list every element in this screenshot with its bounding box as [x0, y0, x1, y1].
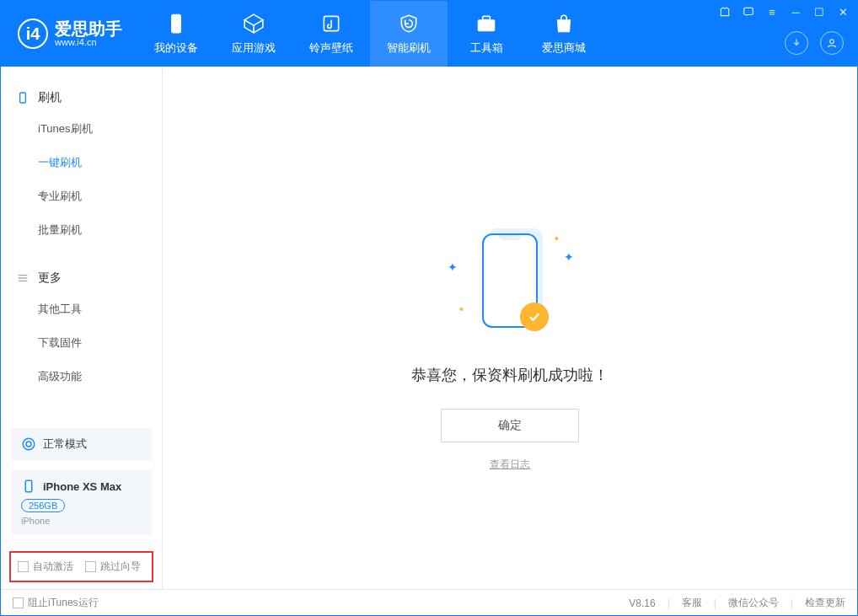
sparkle-icon: ✦ — [448, 260, 458, 274]
main-content: ✦ • ✦ • 恭喜您，保资料刷机成功啦！ 确定 查看日志 — [163, 67, 857, 589]
app-url: www.i4.cn — [55, 37, 122, 47]
success-illustration: ✦ • ✦ • — [442, 227, 577, 345]
toolbox-icon — [475, 12, 498, 35]
bag-icon — [552, 12, 576, 35]
app-logo-icon: i4 — [18, 19, 48, 49]
sidebar-item-advanced[interactable]: 高级功能 — [1, 360, 162, 394]
sparkle-icon: ✦ — [564, 250, 574, 264]
nav-apps[interactable]: 应用游戏 — [215, 1, 292, 67]
svg-point-5 — [830, 40, 834, 44]
close-icon[interactable]: ✕ — [835, 4, 850, 19]
nav-toolbox[interactable]: 工具箱 — [448, 1, 525, 67]
sync-icon — [21, 437, 36, 452]
nav-label: 爱思商城 — [542, 40, 586, 56]
support-link[interactable]: 客服 — [682, 596, 702, 610]
window-controls: ≡ ─ ☐ ✕ — [717, 4, 850, 19]
sidebar: 刷机 iTunes刷机 一键刷机 专业刷机 批量刷机 更多 其他工具 下载固件 … — [1, 67, 163, 589]
nav-label: 我的设备 — [154, 40, 198, 56]
version-label: V8.16 — [629, 597, 655, 609]
skip-guide-checkbox[interactable]: 跳过向导 — [85, 560, 141, 574]
app-title: 爱思助手 — [55, 20, 122, 37]
nav-label: 智能刷机 — [387, 40, 431, 56]
logo[interactable]: i4 爱思助手 www.i4.cn — [1, 1, 137, 67]
sidebar-section-more: 更多 — [1, 264, 162, 292]
nav-label: 应用游戏 — [232, 40, 276, 56]
svg-rect-0 — [172, 14, 181, 33]
ok-button[interactable]: 确定 — [441, 409, 579, 442]
sidebar-section-flash: 刷机 — [1, 83, 162, 112]
minimize-icon[interactable]: ─ — [788, 4, 803, 19]
mode-label: 正常模式 — [43, 437, 87, 452]
feedback-icon[interactable] — [741, 4, 756, 19]
nav-my-device[interactable]: 我的设备 — [137, 1, 215, 67]
nav-store[interactable]: 爱思商城 — [525, 1, 603, 67]
user-button[interactable] — [820, 31, 844, 55]
svg-point-7 — [23, 438, 35, 450]
maximize-icon[interactable]: ☐ — [812, 4, 827, 19]
device-icon — [16, 91, 29, 104]
check-update-link[interactable]: 检查更新 — [805, 596, 845, 610]
cube-icon — [242, 12, 265, 35]
sidebar-item-batch-flash[interactable]: 批量刷机 — [1, 213, 162, 247]
svg-rect-8 — [25, 480, 32, 492]
wechat-link[interactable]: 微信公众号 — [728, 596, 779, 610]
top-nav: 我的设备 应用游戏 铃声壁纸 智能刷机 工具箱 爱思商城 — [137, 1, 603, 67]
nav-flash[interactable]: 智能刷机 — [370, 1, 448, 67]
check-badge-icon — [520, 303, 549, 331]
svg-rect-6 — [20, 93, 26, 103]
success-message: 恭喜您，保资料刷机成功啦！ — [411, 365, 609, 385]
phone-icon — [164, 12, 188, 35]
nav-label: 工具箱 — [470, 40, 503, 56]
nav-label: 铃声壁纸 — [309, 40, 353, 56]
footer: 阻止iTunes运行 V8.16 | 客服 | 微信公众号 | 检查更新 — [1, 589, 857, 616]
auto-activate-checkbox[interactable]: 自动激活 — [18, 560, 73, 574]
device-type: iPhone — [21, 516, 142, 526]
skin-icon[interactable] — [717, 4, 732, 19]
music-icon — [319, 12, 343, 35]
checkbox-icon — [13, 597, 24, 608]
nav-ringtones[interactable]: 铃声壁纸 — [292, 1, 370, 67]
sidebar-item-oneclick-flash[interactable]: 一键刷机 — [1, 146, 162, 179]
sidebar-item-pro-flash[interactable]: 专业刷机 — [1, 179, 162, 213]
svg-rect-3 — [483, 16, 491, 19]
options-highlight-box: 自动激活 跳过向导 — [9, 551, 153, 582]
sidebar-item-itunes-flash[interactable]: iTunes刷机 — [1, 112, 162, 146]
device-card[interactable]: iPhone XS Max 256GB iPhone — [11, 470, 152, 534]
sidebar-item-other-tools[interactable]: 其他工具 — [1, 292, 162, 326]
checkbox-icon — [18, 561, 29, 572]
refresh-shield-icon — [397, 12, 421, 35]
view-log-link[interactable]: 查看日志 — [490, 458, 530, 472]
sidebar-item-download-firmware[interactable]: 下载固件 — [1, 326, 162, 360]
device-storage: 256GB — [21, 499, 65, 512]
phone-small-icon — [21, 479, 36, 494]
block-itunes-checkbox[interactable]: 阻止iTunes运行 — [13, 596, 99, 610]
header: i4 爱思助手 www.i4.cn 我的设备 应用游戏 铃声壁纸 智能刷机 工具… — [1, 1, 857, 67]
menu-icon[interactable]: ≡ — [764, 4, 780, 19]
mode-card[interactable]: 正常模式 — [11, 428, 152, 460]
download-button[interactable] — [785, 31, 808, 55]
svg-rect-2 — [478, 20, 495, 31]
svg-rect-4 — [744, 8, 753, 14]
device-name: iPhone XS Max — [43, 480, 121, 493]
sparkle-icon: • — [459, 303, 464, 316]
sparkle-icon: • — [555, 232, 559, 245]
checkbox-icon — [85, 561, 96, 572]
list-icon — [16, 271, 29, 285]
